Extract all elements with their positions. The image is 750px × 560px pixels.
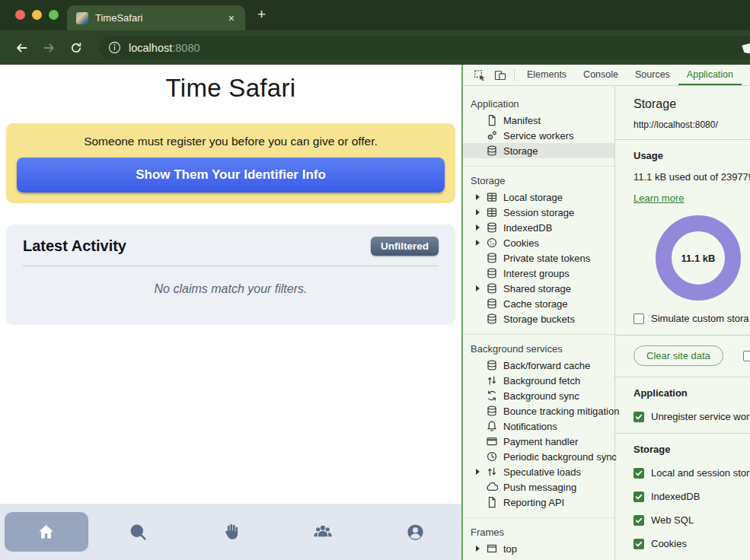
websql-checkbox[interactable] (634, 515, 644, 526)
tree-item-private-state-tokens[interactable]: Private state tokens (463, 250, 614, 266)
tree-item-reporting-api[interactable]: Reporting API (463, 495, 614, 510)
arrows-up-down-icon (486, 466, 498, 478)
tree-section-frames: Frames top (463, 517, 614, 560)
url-text: localhost:8080 (129, 42, 200, 54)
tree-item-manifest[interactable]: Manifest (463, 113, 614, 128)
cookies-row: Cookies (634, 538, 750, 549)
origin-url: http://localhost:8080/ (634, 119, 750, 130)
tab-title: TimeSafari (95, 12, 220, 24)
storage-section-heading: Storage (634, 444, 750, 455)
tree-item-speculative-loads[interactable]: Speculative loads (463, 464, 614, 479)
simulate-storage-checkbox[interactable] (634, 313, 644, 324)
url-bar[interactable]: localhost:8080 (99, 36, 750, 59)
database-icon (486, 282, 498, 294)
back-button[interactable] (11, 42, 32, 54)
nav-home[interactable] (0, 512, 92, 552)
storage-header: Storage http://localhost:8080/ (615, 87, 750, 139)
tree-item-local-storage[interactable]: Local storage (463, 189, 614, 205)
nav-profile[interactable] (369, 522, 461, 542)
learn-more-link[interactable]: Learn more (634, 192, 684, 204)
tab-application[interactable]: Application (678, 65, 742, 85)
alert-message: Someone must register you before you can… (17, 135, 445, 148)
reload-button[interactable] (65, 42, 87, 54)
database-icon (486, 313, 498, 325)
cookies-checkbox[interactable] (634, 539, 644, 549)
donut-label: 11.1 kB (681, 253, 716, 264)
include-checkbox[interactable] (743, 351, 750, 361)
nav-give[interactable] (184, 522, 276, 542)
tree-header: Application (463, 96, 614, 113)
unregister-sw-checkbox[interactable] (634, 412, 644, 422)
tree-header: Background services (463, 341, 614, 358)
tree-item-background-sync[interactable]: Background sync (463, 388, 614, 403)
tab-sources[interactable]: Sources (627, 65, 678, 85)
tree-item-cache-storage[interactable]: Cache storage (463, 296, 614, 311)
expand-arrow-icon[interactable] (476, 469, 480, 475)
expand-arrow-icon[interactable] (476, 194, 480, 200)
tree-item-cookies[interactable]: Cookies (463, 235, 614, 250)
tab-elements[interactable]: Elements (519, 65, 575, 85)
tab-console[interactable]: Console (575, 65, 627, 85)
page-title: Time Safari (0, 74, 461, 103)
expand-arrow-icon[interactable] (476, 240, 480, 246)
tree-item-shared-storage[interactable]: Shared storage (463, 281, 614, 296)
tree-item-session-storage[interactable]: Session storage (463, 205, 614, 220)
local-session-storage-checkbox[interactable] (634, 468, 644, 479)
table-icon (486, 191, 498, 203)
tree-item-storage-buckets[interactable]: Storage buckets (463, 311, 614, 326)
application-sidebar-tree: Application Manifest Service workers Sto… (463, 87, 615, 560)
usage-heading: Usage (634, 150, 750, 161)
include-third-party-row: in (743, 350, 750, 361)
activity-title: Latest Activity (23, 237, 126, 255)
payment-card-icon (486, 435, 498, 447)
close-window-button[interactable] (15, 10, 25, 20)
expand-arrow-icon[interactable] (476, 546, 480, 552)
tree-item-periodic-background-sync[interactable]: Periodic background sync (463, 449, 614, 464)
inspect-element-icon[interactable] (469, 69, 490, 81)
tab-close-icon[interactable]: × (227, 12, 236, 24)
people-icon (311, 520, 334, 543)
database-icon (486, 359, 498, 371)
tree-item-bounce-tracking-mitigation[interactable]: Bounce tracking mitigation (463, 403, 614, 418)
new-tab-button[interactable]: + (257, 6, 266, 23)
minimize-window-button[interactable] (32, 10, 42, 20)
latest-activity-card: Latest Activity Unfiltered No claims mat… (6, 224, 455, 325)
tree-item-notifications[interactable]: Notifications (463, 418, 614, 434)
site-info-icon[interactable] (108, 41, 121, 54)
tree-item-back-forward-cache[interactable]: Back/forward cache (463, 358, 614, 373)
empty-state-message: No claims match your filters. (23, 282, 439, 296)
tree-section-background-services: Background services Back/forward cache B… (463, 334, 614, 517)
filter-button[interactable]: Unfiltered (371, 237, 439, 256)
tree-item-push-messaging[interactable]: Push messaging (463, 479, 614, 495)
hand-icon (221, 522, 241, 542)
maximize-window-button[interactable] (49, 10, 59, 20)
gears-icon (486, 129, 498, 142)
cloud-icon (486, 481, 498, 493)
database-icon (486, 405, 498, 417)
application-heading: Application (634, 387, 750, 399)
devtools-tabbar: Elements Console Sources Application › (463, 65, 750, 86)
tree-item-payment-handler[interactable]: Payment handler (463, 434, 614, 449)
indexeddb-checkbox[interactable] (634, 492, 644, 502)
tree-header: Frames (463, 524, 614, 541)
show-identifier-button[interactable]: Show Them Your Identifier Info (17, 158, 445, 192)
window-controls (15, 10, 59, 20)
devtools-panel: Elements Console Sources Application › A… (461, 65, 750, 560)
nav-search[interactable] (92, 522, 184, 542)
expand-arrow-icon[interactable] (476, 224, 480, 231)
forward-button[interactable] (38, 42, 59, 54)
document-icon (486, 496, 498, 508)
tree-item-storage[interactable]: Storage (463, 143, 614, 158)
clear-site-data-button[interactable]: Clear site data (634, 345, 723, 366)
home-icon (36, 522, 56, 542)
tree-item-service-workers[interactable]: Service workers (463, 128, 614, 143)
device-toolbar-icon[interactable] (490, 69, 510, 81)
tree-item-background-fetch[interactable]: Background fetch (463, 373, 614, 388)
tree-item-interest-groups[interactable]: Interest groups (463, 266, 614, 281)
tree-item-indexeddb[interactable]: IndexedDB (463, 220, 614, 235)
browser-tab[interactable]: TimeSafari × (67, 5, 245, 30)
expand-arrow-icon[interactable] (476, 209, 480, 215)
expand-arrow-icon[interactable] (476, 285, 480, 291)
nav-contacts[interactable] (277, 520, 369, 543)
tree-item-top-frame[interactable]: top (463, 541, 614, 556)
